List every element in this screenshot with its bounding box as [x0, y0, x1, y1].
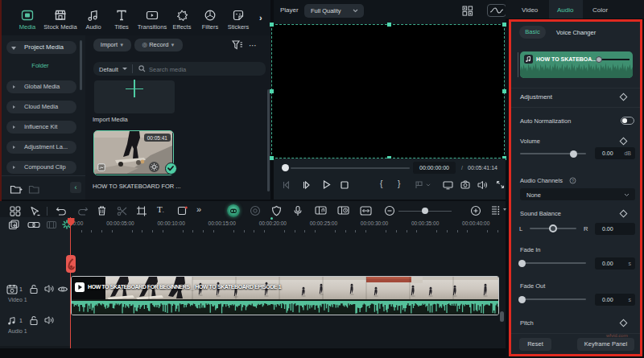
svg-text:?: ?	[572, 179, 574, 183]
